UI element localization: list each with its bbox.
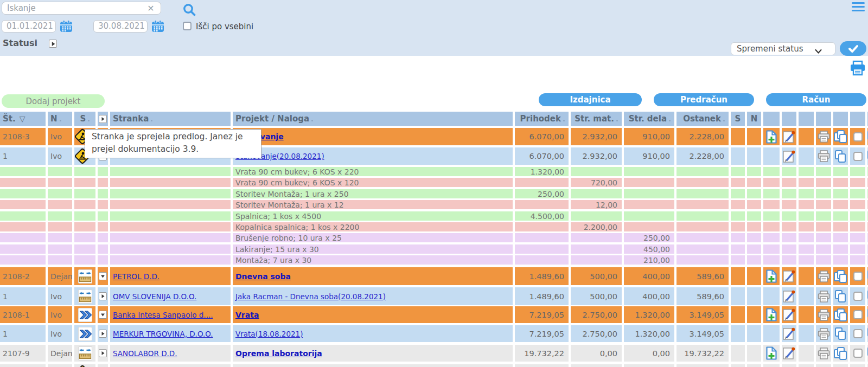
row-checkbox[interactable] xyxy=(853,310,863,319)
header-label[interactable]: Str. dela xyxy=(629,114,671,124)
edit-icon[interactable] xyxy=(782,346,796,360)
cell-projekt: Vrata(18.08.2021) xyxy=(233,325,513,342)
stranka-link[interactable]: PETROL D.D. xyxy=(113,272,159,281)
stranka-link[interactable]: Banka Intesa Sanpaolo d.... xyxy=(113,311,213,319)
projekt-link[interactable]: Jaka Racman - Dnevna soba(20.08.2021) xyxy=(235,292,386,301)
header-label[interactable]: Prihodek xyxy=(520,114,565,124)
expand-row-button[interactable] xyxy=(99,349,107,357)
row-checkbox[interactable] xyxy=(853,292,863,301)
copy-stack-icon[interactable] xyxy=(833,130,848,144)
cell-arr xyxy=(98,178,108,187)
predracun-button[interactable]: Predračun xyxy=(654,93,754,106)
stranka-link[interactable]: OMV SLOVENIJA D.O.O. xyxy=(113,292,196,301)
header-label[interactable]: Št. xyxy=(3,114,16,124)
cell-str_mat xyxy=(571,233,622,242)
print-icon[interactable] xyxy=(817,130,831,143)
header-label[interactable]: S xyxy=(735,114,741,124)
date-to-input[interactable]: 30.08.2021 xyxy=(93,20,148,33)
search-input[interactable]: Iskanje xyxy=(2,2,161,15)
projekt-link[interactable]: Dnevna soba xyxy=(235,272,291,281)
cell-n: Ivo xyxy=(48,287,72,305)
roadworks-icon[interactable] xyxy=(74,364,91,367)
row-checkbox[interactable] xyxy=(853,272,863,281)
chevrons-icon[interactable] xyxy=(78,308,92,322)
row-checkbox[interactable] xyxy=(853,329,863,338)
print-icon[interactable] xyxy=(817,150,831,163)
calendar-to-icon[interactable] xyxy=(151,20,164,35)
header-label[interactable]: Str. mat. xyxy=(575,114,618,124)
search-content-checkbox[interactable] xyxy=(183,22,192,30)
cell-prihodek: 1.489,60 xyxy=(515,267,569,285)
header-label[interactable]: Ostanek xyxy=(683,114,725,124)
expand-all-button[interactable] xyxy=(99,115,107,123)
stranka-link[interactable]: SANOLABOR D.D. xyxy=(113,349,177,358)
print-icon[interactable] xyxy=(817,270,831,283)
ruler-icon[interactable] xyxy=(78,269,92,284)
add-project-button[interactable]: Dodaj projekt xyxy=(2,94,105,108)
apply-status-button[interactable] xyxy=(840,41,866,56)
racun-button[interactable]: Račun xyxy=(766,93,866,106)
amount-str_dela: 400,00 xyxy=(642,272,670,281)
ruler-icon[interactable] xyxy=(78,289,92,304)
edit-icon[interactable] xyxy=(782,130,796,144)
copy-stack-icon[interactable] xyxy=(833,269,848,284)
collapse-row-button[interactable] xyxy=(99,272,107,280)
edit-icon[interactable] xyxy=(782,308,796,321)
statusi-label: Statusi xyxy=(3,38,37,48)
add-document-icon[interactable] xyxy=(765,346,778,360)
cell-i0 xyxy=(763,255,780,265)
row-checkbox[interactable] xyxy=(853,349,863,358)
edit-icon[interactable] xyxy=(782,289,796,303)
expand-row-button[interactable] xyxy=(99,330,107,338)
search-icon[interactable] xyxy=(182,3,196,19)
copy-icon[interactable] xyxy=(834,150,847,163)
copy-stack-icon[interactable] xyxy=(833,308,848,322)
print-icon[interactable] xyxy=(817,308,831,321)
stranka-link[interactable]: MERKUR TRGOVINA, D.O.O. xyxy=(113,330,213,338)
edit-icon[interactable] xyxy=(782,327,796,340)
header-label[interactable]: Stranka xyxy=(113,114,152,124)
print-icon[interactable] xyxy=(817,347,831,360)
izdajnica-button[interactable]: Izdajnica xyxy=(539,93,642,106)
chevrons-icon[interactable] xyxy=(78,327,92,341)
projekt-link[interactable]: Vrata(18.08.2021) xyxy=(235,330,303,338)
copy-stack-icon[interactable] xyxy=(833,346,848,360)
header-label[interactable]: N xyxy=(751,114,758,124)
cell-st xyxy=(0,244,46,254)
expand-row-button[interactable] xyxy=(99,292,107,300)
header-label[interactable]: N xyxy=(50,114,61,124)
ruler-icon[interactable] xyxy=(78,346,92,360)
add-document-icon[interactable] xyxy=(765,307,778,322)
print-icon[interactable] xyxy=(817,290,831,303)
cell-n2 xyxy=(747,306,761,323)
cell-projekt: Oprema laboratorija xyxy=(233,345,513,362)
amount-prihodek: 7.219,05 xyxy=(529,311,564,319)
row-checkbox[interactable] xyxy=(853,132,863,141)
edit-icon[interactable] xyxy=(782,150,796,163)
edit-icon[interactable] xyxy=(782,269,796,283)
copy-icon[interactable] xyxy=(834,327,847,340)
print-icon[interactable] xyxy=(850,60,866,78)
date-from-input[interactable]: 01.01.2021 xyxy=(2,20,56,33)
add-document-icon[interactable] xyxy=(765,130,778,144)
cell-arr xyxy=(98,287,108,305)
copy-icon[interactable] xyxy=(834,289,847,303)
sort-descending-icon[interactable]: ▽ xyxy=(20,114,25,123)
collapse-row-button[interactable] xyxy=(99,311,107,319)
cell-stranka: OMV SLOVENIJA D.O.O. xyxy=(110,287,231,305)
row-checkbox[interactable] xyxy=(853,152,863,161)
projekt-link[interactable]: Vrata xyxy=(235,311,259,319)
header-label[interactable]: S xyxy=(80,114,90,124)
cell-i1 xyxy=(782,287,796,305)
add-document-icon[interactable] xyxy=(765,269,778,284)
cell-ostanek: 2.228,00 xyxy=(676,128,729,145)
print-icon[interactable] xyxy=(817,327,831,340)
cell-arr xyxy=(98,167,108,176)
header-n: N xyxy=(48,112,72,126)
projekt-link[interactable]: Oprema laboratorija xyxy=(235,349,322,358)
clear-search-icon[interactable]: ✕ xyxy=(144,2,157,15)
statusi-expand-button[interactable] xyxy=(49,40,57,48)
header-label[interactable]: Projekt / Naloga xyxy=(235,114,313,124)
menu-icon[interactable] xyxy=(852,2,865,14)
calendar-from-icon[interactable] xyxy=(60,20,73,35)
